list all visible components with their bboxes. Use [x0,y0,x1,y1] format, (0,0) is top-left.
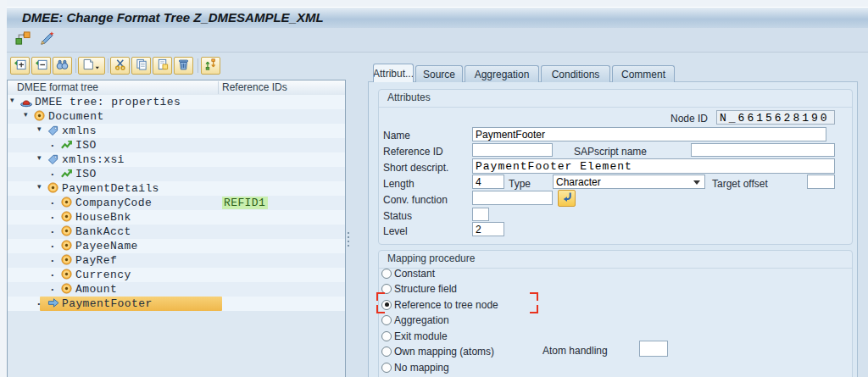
tree-row-companycode[interactable]: ·CompanyCodeREFID1 [8,196,345,210]
atom-handling-field[interactable] [639,341,668,357]
radio-constant[interactable]: Constant [381,266,435,280]
leaf-dot-icon: · [51,197,55,209]
expander-icon[interactable]: ▾ [37,125,42,133]
radio-label: Aggregation [394,314,449,326]
radio-reference-to-tree-node[interactable]: Reference to tree node [381,297,498,312]
reference-id-badge: REFID1 [222,197,268,209]
length-label: Length [383,178,415,190]
tree-row-iso[interactable]: ·ISO [8,167,345,181]
column-label-format-tree: DMEE format tree [17,81,98,93]
leaf-dot-icon: · [51,283,55,296]
tab-comment[interactable]: Comment [612,65,675,82]
cut-button[interactable] [110,57,130,75]
title-bar: DMEE: Change Format Tree Z_DMESAMPLE_XML [7,7,868,29]
leaf-dot-icon: · [37,297,42,310]
radio-no-mapping[interactable]: No mapping [381,360,449,374]
name-field[interactable] [472,127,826,141]
short-description-label: Short descript. [383,162,448,174]
tree-node-label: BankAcct [75,225,131,238]
window-left-margin [0,0,7,377]
tree-row-iso[interactable]: ·ISO [8,138,345,152]
reassign-button[interactable] [201,57,220,75]
tree-row-payref[interactable]: ·PayRef [8,253,345,268]
tree-row-paymentfooter[interactable]: ·PaymentFooter [8,297,345,311]
sapscript-name-label: SAPscript name [574,146,647,158]
sap-dmee-window: DMEE: Change Format Tree Z_DMESAMPLE_XML [0,0,868,377]
element-icon [61,197,72,211]
radio-circle-icon [381,269,392,279]
element-icon [61,254,72,269]
panel-splitter[interactable] [346,53,352,377]
radio-aggregation[interactable]: Aggregation [381,313,449,328]
delete-button[interactable] [174,57,193,75]
copy-button[interactable] [131,57,151,75]
toolbar-separator [198,58,198,73]
element-icon [47,182,58,197]
tree-row-document[interactable]: ▾Document [8,109,345,124]
tree-node-label: Currency [75,269,131,281]
sapscript-name-field[interactable] [691,143,835,157]
toolbar-separator [108,58,108,73]
tab-source[interactable]: Source [415,65,463,82]
radio-label: Exit module [394,330,448,342]
tree-assignment-button[interactable] [14,31,32,48]
target-offset-field[interactable] [807,175,835,189]
tree-row-housebnk[interactable]: ·HouseBnk [8,210,345,225]
tree-row-dmee-tree-properties[interactable]: ▾DMEE tree: properties [8,95,345,109]
tree-row-paymentdetails[interactable]: ▾PaymentDetails [8,181,345,196]
segment-icon [47,297,59,312]
expander-icon[interactable]: ▾ [24,110,28,119]
tree-node-label: Document [48,110,104,123]
tree-row-amount[interactable]: ·Amount [8,282,345,297]
length-field[interactable] [472,175,504,189]
chevron-down-icon [693,180,700,185]
page-title: DMEE: Change Format Tree Z_DMESAMPLE_XML [22,10,324,25]
collapse-all-icon [35,58,47,74]
radio-structure-field[interactable]: Structure field [381,282,457,297]
atom-handling-label: Atom handling [542,345,608,357]
tree-row-xmlns[interactable]: ▾xmlns [8,124,345,138]
paste-button[interactable] [153,57,172,75]
create-node-button[interactable] [78,57,105,75]
atom-icon [61,139,72,153]
tree-node-label: PayeeName [75,240,138,252]
toolbar-separator [75,58,76,73]
tree-row-currency[interactable]: ·Currency [8,268,345,282]
type-label: Type [509,178,531,190]
level-field[interactable] [472,222,504,236]
leaf-dot-icon: · [51,254,55,267]
expand-all-button[interactable] [10,57,30,75]
tree-node-label: PayRef [75,254,117,267]
radio-own-mapping-atoms[interactable]: Own mapping (atoms) [381,345,494,359]
attribute-icon [47,125,58,139]
type-dropdown[interactable]: Character [553,175,705,189]
expander-icon[interactable]: ▾ [37,182,42,191]
level-label: Level [383,225,408,237]
conversion-function-field[interactable] [472,191,553,205]
copy-icon [136,58,147,74]
reference-id-field[interactable] [472,143,553,157]
tab-attribut[interactable]: Attribut... [373,64,414,82]
display-change-button[interactable] [37,31,56,48]
tree-node-label: PaymentFooter [62,297,153,310]
radio-exit-module[interactable]: Exit module [381,329,448,343]
collapse-all-button[interactable] [31,57,51,75]
expander-icon[interactable]: ▾ [37,153,42,162]
radio-label: Structure field [394,283,457,295]
status-field[interactable] [472,208,489,221]
leaf-dot-icon: · [51,168,55,180]
tree-node-label: ISO [75,139,97,152]
node-id-label: Node ID [627,113,708,125]
tree-node-label: DMEE tree: properties [35,96,181,108]
tree-row-payeename[interactable]: ·PayeeName [8,239,345,253]
conversion-button[interactable] [558,190,576,207]
tab-conditions[interactable]: Conditions [541,65,610,82]
tree-row-bankacct[interactable]: ·BankAcct [8,225,345,239]
tree-row-xmlns-xsi[interactable]: ▾xmlns:xsi [8,152,345,167]
type-dropdown-value: Character [556,176,601,188]
tab-aggregation[interactable]: Aggregation [465,65,539,82]
find-button[interactable] [53,57,72,75]
expander-icon[interactable]: ▾ [10,96,14,104]
short-description-field[interactable] [472,158,835,174]
radio-label: Own mapping (atoms) [394,346,494,358]
